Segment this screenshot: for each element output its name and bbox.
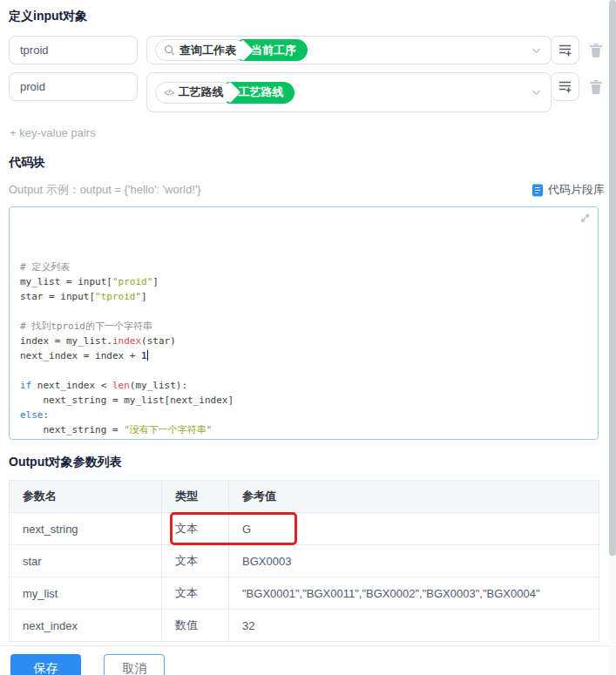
col-header-name: 参数名 <box>10 481 162 513</box>
footer-bar: 保存 取消 <box>0 645 616 675</box>
value-select[interactable]: </> 工艺路线 工艺路线 <box>146 72 552 112</box>
code-line: else: <box>20 408 587 422</box>
table-cell: "BGX0001","BGX0011","BGX0002","BGX0003",… <box>229 577 599 610</box>
scrollbar-track <box>609 0 616 675</box>
chevron-down-icon <box>531 87 542 98</box>
trash-icon <box>589 43 603 57</box>
source-tag-label: 工艺路线 <box>178 84 223 100</box>
table-cell: 32 <box>229 610 599 642</box>
table-cell: next_index <box>10 610 162 642</box>
table-row: my_list文本"BGX0001","BGX0011","BGX0002","… <box>10 577 599 610</box>
delete-row-button[interactable] <box>589 43 603 57</box>
code-line: index = my_list.index(star) <box>20 334 587 348</box>
source-tag[interactable]: 查询工作表 <box>155 39 246 61</box>
key-input[interactable] <box>9 72 138 101</box>
expand-icon[interactable] <box>579 213 591 224</box>
save-button[interactable]: 保存 <box>10 654 81 675</box>
table-cell: 文本 <box>162 513 229 545</box>
source-tag[interactable]: </> 工艺路线 <box>155 82 233 104</box>
code-editor[interactable]: # 定义列表my_list = input["proid"]star = inp… <box>9 206 599 440</box>
output-table-wrap: 参数名 类型 参考值 next_string文本Gstar文本BGX0003my… <box>9 480 607 642</box>
table-cell: my_list <box>10 577 162 610</box>
search-icon <box>164 44 175 56</box>
code-line <box>20 363 587 378</box>
code-line: # 定义列表 <box>20 260 587 274</box>
input-section-title: 定义input对象 <box>9 9 607 24</box>
add-field-button[interactable] <box>551 72 579 101</box>
table-row: next_string文本G <box>10 513 599 545</box>
key-input[interactable] <box>9 36 138 64</box>
code-line: # 找到tproid的下一个字符串 <box>20 319 587 334</box>
col-header-value: 参考值 <box>229 481 599 513</box>
code-line: my_list = input["proid"] <box>20 274 587 289</box>
output-table-title: Output对象参数列表 <box>9 455 607 470</box>
value-select[interactable]: 查询工作表 当前工序 <box>146 36 552 64</box>
chevron-down-icon <box>531 44 542 56</box>
table-cell: BGX0003 <box>229 545 599 577</box>
cancel-button[interactable]: 取消 <box>104 654 165 675</box>
table-row: star文本BGX0003 <box>10 545 599 577</box>
document-icon <box>531 184 544 197</box>
table-cell: G <box>229 513 599 545</box>
code-line: next_index = index + 1 <box>20 348 587 363</box>
output-table: 参数名 类型 参考值 next_string文本Gstar文本BGX0003my… <box>9 480 599 642</box>
add-field-button[interactable] <box>551 36 579 64</box>
code-line <box>20 304 587 319</box>
value-tag[interactable]: 查询工作表 当前工序 <box>155 39 308 61</box>
list-add-icon <box>558 43 572 57</box>
scrollbar-thumb[interactable] <box>609 0 616 556</box>
code-snippet-library-link[interactable]: 代码片段库 <box>531 182 607 198</box>
table-row: next_index数值32 <box>10 610 599 642</box>
code-line: next_string = my_list[next_index] <box>20 393 587 408</box>
key-value-row: </> 工艺路线 工艺路线 <box>9 72 607 112</box>
code-section-title: 代码块 <box>9 155 607 171</box>
add-key-value-link[interactable]: + key-value pairs <box>10 126 96 139</box>
table-header-row: 参数名 类型 参考值 <box>10 481 599 513</box>
table-cell: 文本 <box>162 577 229 610</box>
trash-icon <box>589 79 603 94</box>
col-header-type: 类型 <box>162 481 229 513</box>
code-line: next_string = "没有下一个字符串" <box>20 422 587 437</box>
code-snippet-library-label: 代码片段库 <box>548 182 605 198</box>
code-line: star = input["tproid"] <box>20 289 587 304</box>
table-cell: star <box>10 545 162 577</box>
delete-row-button[interactable] <box>589 79 603 94</box>
code-icon: </> <box>164 88 173 98</box>
table-cell: 文本 <box>162 545 229 577</box>
code-line: if next_index < len(my_list): <box>20 378 587 393</box>
code-line: # 输出结果 <box>20 437 587 440</box>
source-tag-label: 查询工作表 <box>179 43 236 58</box>
code-lines: # 定义列表my_list = input["proid"]star = inp… <box>20 260 587 440</box>
key-value-row: 查询工作表 当前工序 <box>9 36 607 64</box>
code-node-config-panel: 定义input对象 查询工作表 当前工序 <box>0 0 616 675</box>
list-add-icon <box>558 79 572 94</box>
output-example-hint: Output 示例：output = {'hello': 'world!'} <box>9 182 201 198</box>
table-cell: next_string <box>10 513 162 545</box>
value-tag[interactable]: </> 工艺路线 工艺路线 <box>155 82 294 104</box>
table-cell: 数值 <box>162 610 229 642</box>
